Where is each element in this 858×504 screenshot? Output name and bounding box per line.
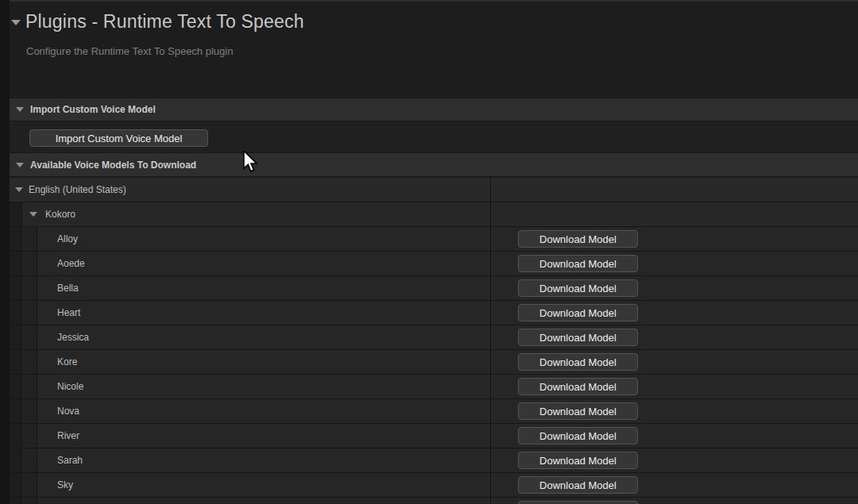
title-expander-icon[interactable] bbox=[11, 20, 21, 25]
model-group-row-kokoro[interactable]: Kokoro bbox=[10, 202, 858, 227]
indent-guide bbox=[10, 325, 22, 349]
download-model-button[interactable]: Download Model bbox=[518, 304, 638, 321]
indent-guide bbox=[10, 350, 22, 374]
column-splitter[interactable] bbox=[490, 276, 491, 300]
voice-row[interactable]: Bella Download Model bbox=[10, 276, 858, 301]
voice-name: Kore bbox=[57, 356, 77, 367]
voice-row[interactable]: Nicole Download Model bbox=[10, 375, 858, 399]
voice-name: Aoede bbox=[57, 258, 85, 269]
voice-row[interactable]: Aoede Download Model bbox=[10, 252, 858, 276]
download-model-button[interactable]: Download Model bbox=[518, 279, 638, 297]
language-row-english-united-states[interactable]: English (United States) bbox=[10, 178, 858, 202]
indent-guide bbox=[10, 375, 22, 398]
column-splitter[interactable] bbox=[490, 350, 491, 374]
voice-row[interactable]: River Download Model bbox=[10, 424, 858, 448]
indent-guide bbox=[23, 276, 37, 300]
voice-row[interactable]: Sky Download Model bbox=[10, 473, 858, 498]
indent-guide bbox=[23, 227, 37, 251]
column-splitter[interactable] bbox=[490, 498, 491, 504]
column-splitter[interactable] bbox=[490, 399, 491, 423]
indent-guide bbox=[10, 424, 22, 448]
indent-guide bbox=[23, 448, 37, 472]
page-subtitle: Configure the Runtime Text To Speech plu… bbox=[26, 45, 233, 57]
indent-guide bbox=[10, 301, 22, 325]
import-button-row: Import Custom Voice Model bbox=[10, 121, 858, 153]
indent-guide bbox=[23, 498, 37, 504]
download-model-button[interactable]: Download Model bbox=[518, 427, 638, 444]
indent-guide bbox=[10, 202, 22, 226]
voice-name: Sarah bbox=[57, 455, 83, 466]
column-splitter[interactable] bbox=[490, 252, 491, 275]
voice-name: Jessica bbox=[57, 332, 89, 343]
column-splitter[interactable] bbox=[490, 473, 491, 497]
download-model-button[interactable]: Download Model bbox=[518, 476, 638, 494]
download-model-button[interactable]: Download Model bbox=[518, 255, 638, 272]
page-title: Plugins - Runtime Text To Speech bbox=[25, 11, 304, 33]
voice-name: River bbox=[57, 430, 79, 441]
indent-guide bbox=[23, 375, 37, 398]
voice-name: Sky bbox=[57, 479, 73, 491]
section-expander-icon[interactable] bbox=[16, 163, 24, 167]
voice-row[interactable]: Jessica Download Model bbox=[10, 325, 858, 350]
section-header-label: Import Custom Voice Model bbox=[30, 104, 156, 115]
column-splitter[interactable] bbox=[490, 375, 491, 398]
download-model-button[interactable]: Download Model bbox=[518, 452, 638, 469]
column-splitter[interactable] bbox=[490, 325, 491, 349]
model-group-label: Kokoro bbox=[45, 209, 75, 220]
voice-row[interactable]: Alloy Download Model bbox=[10, 227, 858, 252]
indent-guide bbox=[23, 473, 37, 497]
indent-guide bbox=[10, 276, 22, 300]
indent-guide bbox=[23, 424, 37, 448]
column-splitter[interactable] bbox=[490, 448, 491, 472]
column-splitter[interactable] bbox=[490, 202, 491, 226]
column-splitter[interactable] bbox=[490, 178, 491, 202]
section-expander-icon[interactable] bbox=[16, 107, 24, 112]
download-model-button[interactable]: Download Model bbox=[518, 353, 638, 371]
download-model-button[interactable]: Download Model bbox=[518, 378, 638, 395]
section-header-label: Available Voice Models To Download bbox=[30, 160, 196, 171]
column-splitter[interactable] bbox=[490, 227, 491, 251]
import-custom-voice-model-button[interactable]: Import Custom Voice Model bbox=[29, 129, 208, 147]
section-header-available-voice-models[interactable]: Available Voice Models To Download bbox=[10, 153, 858, 177]
indent-guide bbox=[10, 399, 22, 423]
voice-row[interactable]: Kore Download Model bbox=[10, 350, 858, 375]
voice-name: Heart bbox=[57, 307, 80, 318]
voice-name: Nova bbox=[57, 406, 79, 417]
voice-row[interactable]: Heart Download Model bbox=[10, 301, 858, 325]
indent-guide bbox=[10, 252, 22, 275]
indent-guide bbox=[10, 448, 22, 472]
language-expander-icon[interactable] bbox=[15, 187, 23, 192]
download-model-button[interactable]: Download Model bbox=[518, 329, 638, 346]
download-model-button[interactable]: Download Model bbox=[518, 402, 638, 420]
section-header-import-custom-voice-model[interactable]: Import Custom Voice Model bbox=[10, 98, 858, 121]
indent-guide bbox=[23, 252, 37, 275]
download-model-button[interactable]: Download Model bbox=[518, 230, 638, 248]
indent-guide bbox=[10, 498, 22, 504]
config-notice-bar: These settings are saved in DefaultGame.… bbox=[0, 67, 858, 92]
voice-name: Nicole bbox=[57, 381, 83, 392]
indent-guide bbox=[10, 473, 22, 497]
group-expander-icon[interactable] bbox=[29, 212, 37, 217]
voice-name: Alloy bbox=[57, 233, 78, 244]
column-splitter[interactable] bbox=[490, 301, 491, 325]
language-label: English (United States) bbox=[29, 184, 126, 195]
top-divider bbox=[0, 0, 858, 2]
indent-guide bbox=[10, 227, 22, 251]
indent-guide bbox=[23, 399, 37, 423]
download-model-button[interactable] bbox=[518, 501, 638, 504]
voice-row[interactable]: Nova Download Model bbox=[10, 399, 858, 424]
indent-guide bbox=[23, 301, 37, 325]
column-splitter[interactable] bbox=[490, 424, 491, 448]
indent-guide bbox=[23, 325, 37, 349]
voice-row-partial[interactable] bbox=[10, 498, 858, 504]
plugin-settings-panel: Plugins - Runtime Text To Speech Configu… bbox=[0, 0, 858, 504]
voice-name: Bella bbox=[57, 283, 79, 294]
voice-row[interactable]: Sarah Download Model bbox=[10, 448, 858, 473]
indent-guide bbox=[23, 350, 37, 374]
